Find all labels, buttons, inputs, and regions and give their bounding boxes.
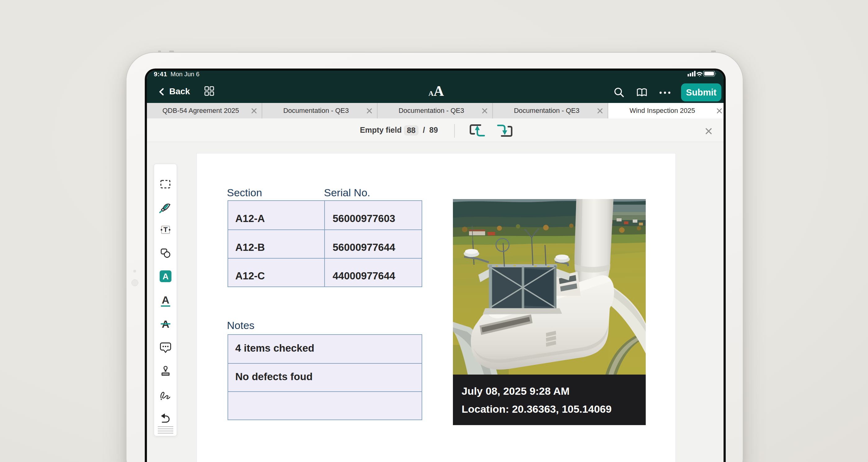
svg-text:T: T [163, 226, 168, 234]
svg-text:A: A [161, 294, 169, 306]
svg-text:A: A [162, 272, 168, 281]
